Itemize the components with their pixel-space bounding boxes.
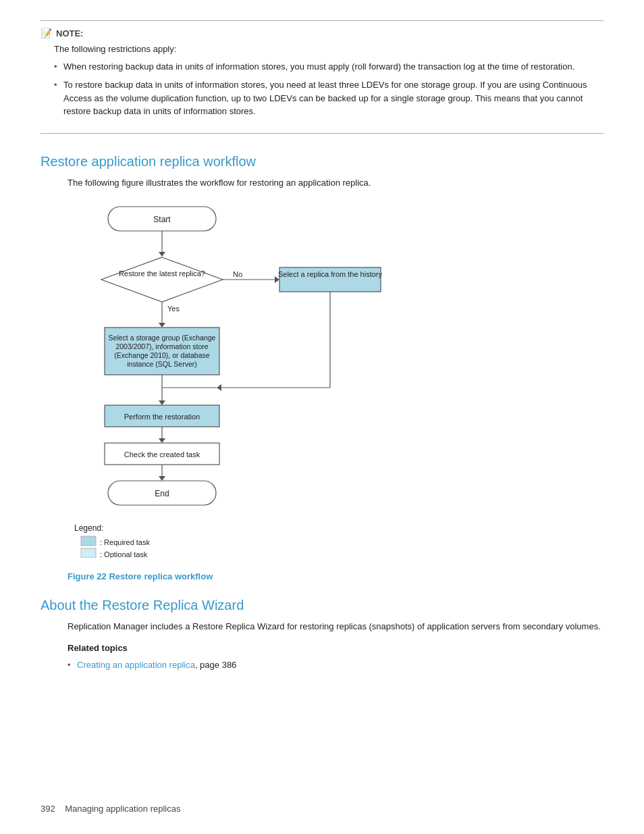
section2-heading: About the Restore Replica Wizard — [41, 598, 603, 613]
svg-marker-29 — [159, 438, 165, 443]
svg-text:Restore the latest replica?: Restore the latest replica? — [119, 269, 205, 278]
note-item-1: When restoring backup data in units of i… — [54, 60, 603, 74]
svg-marker-21 — [217, 384, 221, 391]
related-topics-heading: Related topics — [68, 642, 603, 655]
svg-marker-25 — [159, 400, 165, 405]
related-topics-list: Creating an application replica, page 38… — [68, 658, 603, 672]
svg-text:2003/2007), information store: 2003/2007), information store — [115, 342, 208, 350]
section1-intro: The following figure illustrates the wor… — [41, 176, 603, 190]
svg-text:(Exchange 2010), or database: (Exchange 2010), or database — [114, 351, 209, 359]
svg-text:Perform the restoration: Perform the restoration — [124, 413, 200, 421]
svg-marker-4 — [101, 257, 223, 302]
related-topic-link[interactable]: Creating an application replica — [77, 660, 195, 670]
svg-rect-39 — [81, 548, 96, 558]
footer-label: Managing application replicas — [65, 804, 180, 814]
svg-marker-33 — [159, 476, 165, 481]
page-footer: 392 Managing application replicas — [41, 804, 180, 814]
svg-text:End: End — [155, 489, 169, 498]
note-item-2: To restore backup data in units of infor… — [54, 78, 603, 118]
svg-text:: Required task: : Required task — [100, 538, 150, 546]
about-text: Replication Manager includes a Restore R… — [68, 620, 603, 633]
svg-text:: Optional task: : Optional task — [100, 550, 148, 558]
flowchart-svg: Start Restore the latest replica? No Sel… — [68, 200, 405, 558]
note-icon: 📝 — [41, 28, 52, 38]
svg-rect-37 — [81, 536, 96, 546]
svg-marker-3 — [159, 252, 165, 257]
svg-text:Select a storage group (Exchan: Select a storage group (Exchange — [109, 334, 216, 342]
svg-text:Start: Start — [153, 215, 171, 224]
about-body: Replication Manager includes a Restore R… — [41, 620, 603, 672]
svg-text:Select a replica from the hist: Select a replica from the history — [278, 270, 383, 278]
note-list: When restoring backup data in units of i… — [54, 60, 603, 118]
svg-marker-13 — [159, 323, 165, 328]
note-header: 📝 NOTE: — [41, 28, 603, 38]
page-number: 392 — [41, 804, 55, 814]
flowchart-container: Start Restore the latest replica? No Sel… — [41, 200, 603, 558]
svg-text:instance (SQL Server): instance (SQL Server) — [127, 360, 196, 368]
svg-text:No: No — [233, 270, 242, 278]
related-topic-suffix: , page 386 — [195, 660, 236, 670]
svg-text:Check the created task: Check the created task — [124, 450, 200, 459]
related-topic-item: Creating an application replica, page 38… — [68, 658, 603, 672]
note-title: NOTE: — [56, 28, 83, 38]
note-intro: The following restrictions apply: — [54, 43, 603, 56]
figure-caption: Figure 22 Restore replica workflow — [41, 571, 603, 581]
svg-text:Yes: Yes — [167, 305, 180, 313]
section1-heading: Restore application replica workflow — [41, 154, 603, 170]
note-box: 📝 NOTE: The following restrictions apply… — [41, 20, 603, 134]
svg-text:Legend:: Legend: — [74, 523, 103, 533]
note-body: The following restrictions apply: When r… — [41, 43, 603, 118]
